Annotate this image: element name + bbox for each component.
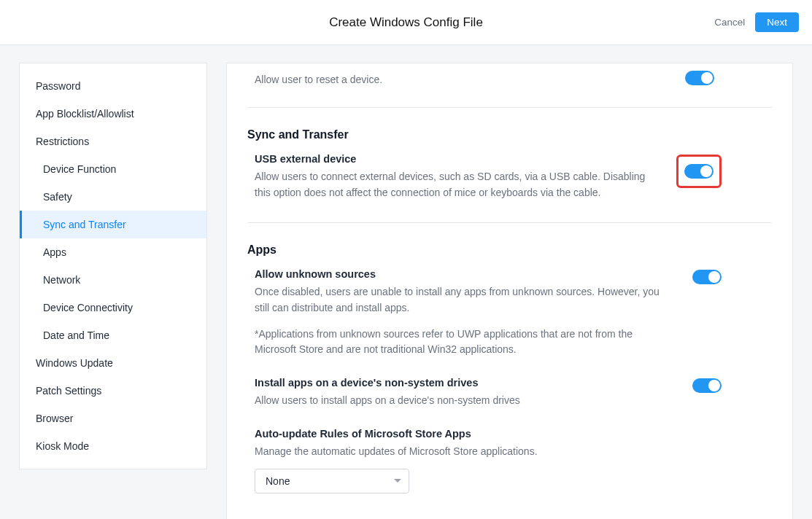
setting-title-nonsys: Install apps on a device's non-system dr… [255,377,663,389]
setting-desc-usb: Allow users to connect external devices,… [255,169,663,200]
next-button[interactable]: Next [755,12,799,32]
setting-note-unknown: *Applications from unknown sources refer… [247,327,656,358]
section-sync-transfer: Sync and Transfer USB external device Al… [247,108,772,222]
sidebar-item-safety[interactable]: Safety [20,183,206,211]
toggle-usb-external[interactable] [684,164,714,179]
select-value: None [266,475,290,487]
highlight-box [676,155,722,188]
select-autoupdate-rule[interactable]: None [255,469,409,493]
sidebar-item-device-function[interactable]: Device Function [20,155,206,183]
sidebar-item-network[interactable]: Network [20,266,206,294]
setting-desc-autoupdate: Manage the automatic updates of Microsof… [255,444,663,460]
cancel-button[interactable]: Cancel [714,17,745,28]
sidebar-item-connectivity[interactable]: Device Connectivity [20,294,206,321]
section-heading-apps: Apps [247,243,772,257]
sidebar-item-password[interactable]: Password [20,72,206,100]
setting-desc-unknown: Once disabled, users are unable to insta… [255,284,663,316]
page-title: Create Windows Config File [329,15,483,30]
toggle-unknown-sources[interactable] [692,270,722,284]
section-heading-sync: Sync and Transfer [247,128,772,141]
setting-desc-nonsys: Allow users to install apps on a device'… [255,393,663,409]
setting-title-usb: USB external device [255,153,663,165]
section-apps: Apps Allow unknown sources Once disabled… [247,223,772,515]
sidebar-item-kiosk[interactable]: Kiosk Mode [20,432,206,460]
sidebar-item-windows-update[interactable]: Windows Update [20,349,206,377]
sidebar-item-patch[interactable]: Patch Settings [20,377,206,405]
sidebar-item-sync-transfer[interactable]: Sync and Transfer [20,211,206,238]
main-panel: Allow user to reset a device. Sync and T… [226,63,793,519]
body: Password App Blocklist/Allowlist Restric… [0,45,812,519]
header-actions: Cancel Next [714,12,799,32]
prev-setting-desc: Allow user to reset a device. [247,63,656,107]
sidebar-item-apps[interactable]: Apps [20,238,206,266]
sidebar-item-browser[interactable]: Browser [20,405,206,432]
setting-title-unknown: Allow unknown sources [255,268,663,280]
sidebar: Password App Blocklist/Allowlist Restric… [19,63,207,469]
chevron-down-icon [394,479,401,483]
toggle-nonsys-drives[interactable] [692,378,722,393]
sidebar-item-blocklist[interactable]: App Blocklist/Allowlist [20,100,206,128]
setting-title-autoupdate: Auto-update Rules of Microsoft Store App… [255,428,663,440]
page-header: Create Windows Config File Cancel Next [0,0,812,45]
sidebar-item-date-time[interactable]: Date and Time [20,321,206,349]
sidebar-item-restrictions[interactable]: Restrictions [20,128,206,155]
toggle-allow-reset[interactable] [685,71,714,85]
